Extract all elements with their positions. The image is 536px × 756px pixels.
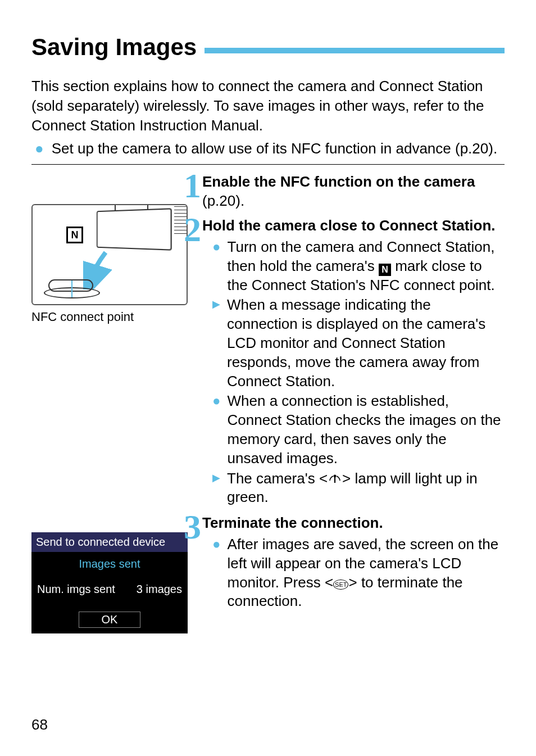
bullet-dot-icon: ● <box>212 392 221 468</box>
bullet-dot-icon: ● <box>212 535 221 611</box>
bullet-dot-icon: ● <box>35 139 44 159</box>
wifi-lamp-icon <box>328 473 342 485</box>
step-2: 2 Hold the camera close to Connect Stati… <box>200 216 505 510</box>
step-3-item-1-text: After images are saved, the screen on th… <box>228 535 505 611</box>
divider <box>31 164 505 165</box>
advance-item: ● Set up the camera to allow use of its … <box>35 139 505 159</box>
bullet-triangle-icon: ▶ <box>212 296 220 391</box>
step-2-item-1: ● Turn on the camera and Connect Station… <box>202 238 505 295</box>
step-3-title: Terminate the connection. <box>202 514 505 533</box>
n-mark-icon: N <box>379 264 391 276</box>
figure-caption: NFC connect point <box>31 310 200 324</box>
step-2-item-4-text: The camera's <> lamp will light up in gr… <box>227 469 505 508</box>
page-number: 68 <box>31 716 48 734</box>
title-accent-bar <box>205 48 505 53</box>
step-1-title: Enable the NFC function on the camera (p… <box>202 173 505 211</box>
step-3: 3 Terminate the connection. ● After imag… <box>200 514 505 614</box>
step-number-3: 3 <box>179 511 201 614</box>
bullet-dot-icon: ● <box>212 238 221 295</box>
step-3-item-1: ● After images are saved, the screen on … <box>202 535 505 611</box>
svg-point-2 <box>334 474 337 477</box>
text-frag: The camera's < <box>227 470 328 487</box>
advance-list: ● Set up the camera to allow use of its … <box>35 139 505 159</box>
set-button-icon: SET <box>333 580 348 590</box>
lcd-row-label: Num. imgs sent <box>37 583 115 596</box>
intro-paragraph: This section explains how to connect the… <box>31 76 505 135</box>
page-title: Saving Images <box>31 34 197 61</box>
right-column: 1 Enable the NFC function on the camera … <box>200 173 505 633</box>
step-2-item-4: ▶ The camera's <> lamp will light up in … <box>202 469 505 508</box>
step-2-item-1-text: Turn on the camera and Connect Station, … <box>228 238 505 295</box>
step-1-title-tail: (p.20). <box>202 192 244 209</box>
step-number-1: 1 <box>179 170 201 211</box>
step-2-item-3: ● When a connection is established, Conn… <box>202 392 505 468</box>
advance-text: Set up the camera to allow use of its NF… <box>52 139 497 159</box>
manual-page: Saving Images This section explains how … <box>0 0 536 756</box>
two-column-layout: N NFC connect poi <box>31 173 505 633</box>
lcd-screenshot: Send to connected device Images sent Num… <box>31 532 188 633</box>
step-1-title-strong: Enable the NFC function on the camera <box>202 173 475 190</box>
nfc-mark-glyph: N <box>71 229 79 241</box>
nfc-mark-icon: N <box>66 227 83 243</box>
step-number-2: 2 <box>179 214 201 510</box>
lcd-subtitle: Images sent <box>31 552 188 580</box>
lcd-button-row: OK <box>31 599 188 633</box>
left-column: N NFC connect poi <box>31 173 200 633</box>
lcd-row-value: 3 images <box>137 583 182 596</box>
step-1: 1 Enable the NFC function on the camera … <box>200 173 505 211</box>
step-2-item-2: ▶ When a message indicating the connecti… <box>202 296 505 391</box>
step-2-list: ● Turn on the camera and Connect Station… <box>202 238 505 507</box>
bullet-triangle-icon: ▶ <box>212 469 220 508</box>
step-2-item-2-text: When a message indicating the connection… <box>227 296 505 391</box>
step-3-list: ● After images are saved, the screen on … <box>202 535 505 611</box>
title-row: Saving Images <box>31 34 505 61</box>
step-2-item-3-text: When a connection is established, Connec… <box>228 392 505 468</box>
lcd-row: Num. imgs sent 3 images <box>31 580 188 599</box>
connect-point-leader-icon <box>66 280 89 303</box>
nfc-tap-illustration: N <box>31 204 188 305</box>
lcd-ok-button[interactable]: OK <box>79 612 141 628</box>
step-2-title: Hold the camera close to Connect Station… <box>202 216 505 236</box>
lcd-title-bar: Send to connected device <box>31 532 188 552</box>
